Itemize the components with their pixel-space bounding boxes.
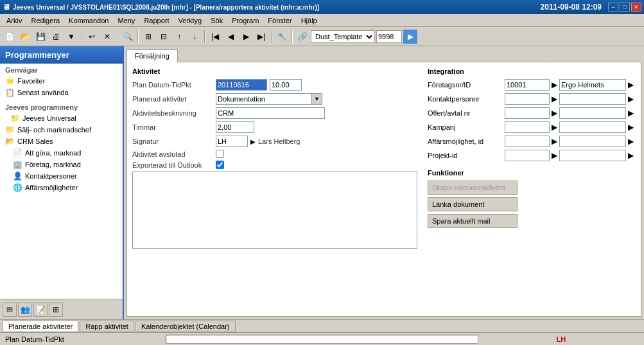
close-button[interactable]: ✕ [631, 3, 641, 12]
menu-program[interactable]: Program [228, 16, 263, 25]
sidebar-item-jeeves-universal[interactable]: 📁 Jeeves Universal [0, 112, 123, 124]
signatur-input[interactable] [216, 136, 248, 147]
open-button[interactable]: 📂 [18, 30, 32, 44]
nav-last[interactable]: ▶| [254, 30, 268, 44]
status-label: Plan Datum-TidPkt [5, 335, 161, 343]
foretagsnr-name-input[interactable] [559, 79, 626, 91]
sb-grid-btn[interactable]: ⊞ [49, 303, 63, 317]
avslutad-checkbox[interactable] [216, 150, 224, 158]
projekt-arrow2[interactable]: ▶ [626, 151, 636, 160]
nav-next[interactable]: ▶ [239, 30, 253, 44]
template-select[interactable]: Dust_TemplateDust_Template [311, 30, 375, 43]
sb-people-btn[interactable]: 👥 [18, 303, 32, 317]
status-sig: LH [483, 335, 639, 343]
kampanj-arrow[interactable]: ▶ [550, 123, 559, 132]
planerad-label: Planerad aktivitet [132, 95, 216, 103]
sidebar-item-foretag[interactable]: 🏢 Företag, marknad [0, 159, 123, 170]
sidebar-item-affar[interactable]: 🌐 Affärsmöjligheter [0, 182, 123, 193]
toolbar-extra[interactable]: 🔧 [275, 30, 289, 44]
projekt-row: Projekt-id ▶ ▶ [428, 150, 636, 161]
save-button[interactable]: 💾 [33, 30, 48, 44]
undo-button[interactable]: ↩ [85, 30, 99, 44]
projekt-arrow[interactable]: ▶ [550, 151, 559, 160]
projekt-input[interactable] [505, 150, 550, 161]
sort-asc[interactable]: ↑ [172, 30, 186, 44]
sidebar-item-senast[interactable]: 📋 Senast använda [0, 87, 123, 98]
menu-kommandon[interactable]: Kommandon [65, 16, 112, 25]
sidebar-item-att-gora[interactable]: 📄 Att göra, marknad [0, 147, 123, 159]
toolbar-link[interactable]: 🔗 [295, 30, 309, 44]
skapa-btn[interactable]: Skapa kalenderaktivitet [428, 181, 518, 195]
plan-tid-input[interactable] [270, 79, 302, 91]
menu-sok[interactable]: Sök [207, 16, 227, 25]
template-arrow[interactable]: ▶ [403, 30, 417, 44]
planerad-dropdown[interactable]: ▼ [312, 93, 322, 105]
projekt-value[interactable] [559, 150, 626, 161]
offert-arrow[interactable]: ▶ [550, 109, 559, 118]
signatur-arrow[interactable]: ▶ [250, 138, 256, 145]
minimize-button[interactable]: – [608, 3, 618, 12]
outlook-checkbox[interactable] [216, 161, 224, 169]
plan-datum-input[interactable] [216, 79, 267, 91]
menu-rapport[interactable]: Rapport [140, 16, 173, 25]
toolbar-b2[interactable]: ⊟ [157, 30, 171, 44]
dropdown-button[interactable]: ▼ [64, 30, 78, 44]
tab-forsaljning[interactable]: Försäljning [126, 49, 178, 62]
timmar-label: Timmar [132, 123, 216, 131]
menu-arkiv[interactable]: Arkiv [3, 16, 26, 25]
print-button[interactable]: 🖨 [49, 30, 63, 44]
offert-arrow2[interactable]: ▶ [626, 109, 636, 118]
bottom-tab-kalender[interactable]: Kalenderobjektet (Calendar) [135, 321, 236, 332]
folder-icon-0: 📁 [10, 114, 20, 123]
kontaktpersonnr-arrow2[interactable]: ▶ [626, 94, 636, 103]
menu-meny[interactable]: Meny [114, 16, 139, 25]
affar-value[interactable] [559, 136, 626, 147]
sort-desc[interactable]: ↓ [187, 30, 202, 44]
foretagsnr-input[interactable] [505, 79, 550, 91]
toolbar-b1[interactable]: ⊞ [141, 30, 155, 44]
bottom-tab-planerade[interactable]: Planerade aktiviteter [3, 321, 78, 332]
offert-input[interactable] [505, 107, 550, 119]
menu-bar: Arkiv Redigera Kommandon Meny Rapport Ve… [0, 14, 644, 27]
bottom-tab-rapp[interactable]: Rapp aktivitet [80, 321, 134, 332]
foretagsnr-name-arrow[interactable]: ▶ [626, 80, 636, 89]
offert-value[interactable] [559, 107, 626, 119]
affar-arrow2[interactable]: ▶ [626, 137, 636, 146]
menu-redigera[interactable]: Redigera [27, 16, 64, 25]
spara-btn[interactable]: Spara aktuellt mail [428, 214, 518, 228]
sidebar-bottom: ✉ 👥 📝 ⊞ [0, 299, 123, 319]
sb-email-btn[interactable]: ✉ [3, 303, 17, 317]
aktivbeskr-input[interactable] [216, 107, 325, 119]
sidebar-item-kontakt[interactable]: 👤 Kontaktpersoner [0, 170, 123, 182]
foretagsnr-arrow[interactable]: ▶ [550, 80, 559, 89]
sb-note-btn[interactable]: 📝 [33, 303, 48, 317]
nav-first[interactable]: |◀ [208, 30, 222, 44]
kampanj-input[interactable] [505, 121, 550, 133]
restore-button[interactable]: □ [620, 3, 630, 12]
notes-textarea[interactable] [132, 172, 417, 249]
kontaktpersonnr-input[interactable] [505, 93, 550, 105]
lanka-btn[interactable]: Länka dokument [428, 197, 518, 211]
affar-input[interactable] [505, 136, 550, 147]
search-button[interactable]: 🔍 [121, 30, 135, 44]
signatur-label: Signatur [132, 137, 216, 145]
menu-fonster[interactable]: Fönster [264, 16, 295, 25]
timmar-input[interactable] [216, 121, 254, 133]
nav-prev[interactable]: ◀ [223, 30, 238, 44]
sidebar-item-favoriter[interactable]: ⭐ Favoriter [0, 75, 123, 87]
sidebar-item-salj[interactable]: 📁 Sälj- och marknadschef [0, 124, 123, 136]
kampanj-value[interactable] [559, 121, 626, 133]
delete-button[interactable]: ✕ [100, 30, 114, 44]
new-button[interactable]: 📄 [3, 30, 17, 44]
menu-hjalp[interactable]: Hjälp [297, 16, 321, 25]
template-value[interactable] [376, 30, 402, 43]
kontaktpersonnr-arrow[interactable]: ▶ [550, 94, 559, 103]
sidebar-item-crm[interactable]: 📂 CRM Sales [0, 136, 123, 147]
kampanj-arrow2[interactable]: ▶ [626, 123, 636, 132]
projekt-label: Projekt-id [428, 152, 505, 159]
menu-verktyg[interactable]: Verktyg [175, 16, 206, 25]
functions-section: Funktioner Skapa kalenderaktivitet Länka… [428, 169, 636, 228]
affar-arrow[interactable]: ▶ [550, 137, 559, 146]
kontaktpersonnr-name[interactable] [559, 93, 626, 105]
planerad-input[interactable] [216, 93, 312, 105]
